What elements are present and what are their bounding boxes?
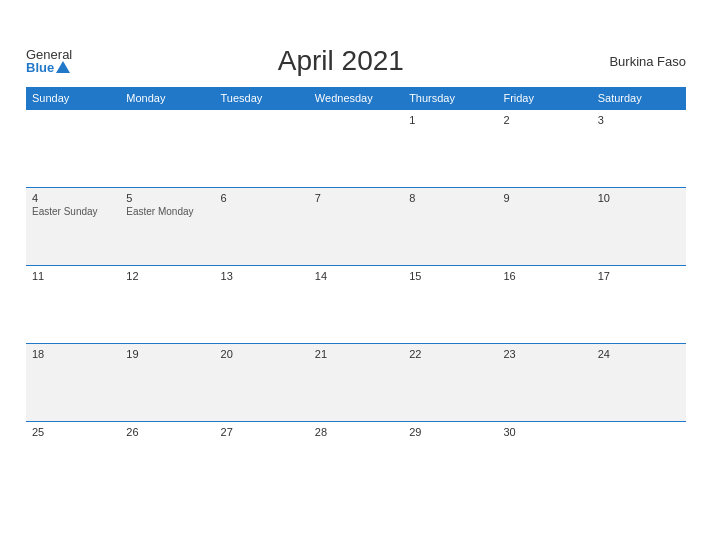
calendar-cell [592,422,686,500]
calendar-cell [215,110,309,188]
day-number: 18 [32,348,114,360]
calendar-cell: 22 [403,344,497,422]
day-number: 8 [409,192,491,204]
logo-blue-text: Blue [26,61,72,74]
calendar-header-row: Sunday Monday Tuesday Wednesday Thursday… [26,87,686,110]
day-number: 22 [409,348,491,360]
day-number: 3 [598,114,680,126]
calendar-cell: 3 [592,110,686,188]
day-event: Easter Sunday [32,206,114,217]
calendar-cell: 5Easter Monday [120,188,214,266]
calendar-cell: 2 [497,110,591,188]
calendar-body: 1234Easter Sunday5Easter Monday678910111… [26,110,686,500]
calendar-cell: 18 [26,344,120,422]
day-number: 15 [409,270,491,282]
day-number: 7 [315,192,397,204]
calendar-cell: 8 [403,188,497,266]
calendar-cell: 6 [215,188,309,266]
day-number: 28 [315,426,397,438]
calendar-cell: 28 [309,422,403,500]
day-number: 25 [32,426,114,438]
calendar-cell [26,110,120,188]
day-number: 21 [315,348,397,360]
calendar-cell: 11 [26,266,120,344]
calendar-cell: 25 [26,422,120,500]
day-number: 6 [221,192,303,204]
calendar-title: April 2021 [278,45,404,77]
col-saturday: Saturday [592,87,686,110]
calendar-cell: 16 [497,266,591,344]
calendar-grid: Sunday Monday Tuesday Wednesday Thursday… [26,87,686,500]
calendar-cell: 12 [120,266,214,344]
day-number: 19 [126,348,208,360]
calendar-cell: 19 [120,344,214,422]
col-friday: Friday [497,87,591,110]
calendar-cell [120,110,214,188]
calendar-cell: 15 [403,266,497,344]
calendar-cell: 14 [309,266,403,344]
calendar-cell: 29 [403,422,497,500]
col-thursday: Thursday [403,87,497,110]
calendar-cell: 24 [592,344,686,422]
calendar-cell: 21 [309,344,403,422]
calendar-cell: 13 [215,266,309,344]
calendar-cell: 17 [592,266,686,344]
calendar-cell: 23 [497,344,591,422]
day-number: 17 [598,270,680,282]
country-name: Burkina Faso [609,54,686,69]
day-event: Easter Monday [126,206,208,217]
col-sunday: Sunday [26,87,120,110]
calendar-cell: 26 [120,422,214,500]
calendar-cell: 20 [215,344,309,422]
day-number: 23 [503,348,585,360]
calendar-header: General Blue April 2021 Burkina Faso [26,45,686,77]
day-number: 29 [409,426,491,438]
col-wednesday: Wednesday [309,87,403,110]
logo: General Blue [26,48,72,74]
calendar-cell: 30 [497,422,591,500]
calendar-container: General Blue April 2021 Burkina Faso Sun… [11,35,701,515]
day-number: 24 [598,348,680,360]
day-number: 14 [315,270,397,282]
day-number: 11 [32,270,114,282]
day-number: 30 [503,426,585,438]
calendar-cell: 9 [497,188,591,266]
day-number: 12 [126,270,208,282]
logo-triangle-icon [56,61,70,73]
day-number: 27 [221,426,303,438]
calendar-cell: 10 [592,188,686,266]
calendar-cell: 27 [215,422,309,500]
day-number: 10 [598,192,680,204]
day-number: 26 [126,426,208,438]
day-number: 20 [221,348,303,360]
calendar-cell: 1 [403,110,497,188]
calendar-cell: 4Easter Sunday [26,188,120,266]
day-number: 4 [32,192,114,204]
col-monday: Monday [120,87,214,110]
calendar-cell [309,110,403,188]
day-number: 1 [409,114,491,126]
col-tuesday: Tuesday [215,87,309,110]
calendar-cell: 7 [309,188,403,266]
day-number: 5 [126,192,208,204]
day-number: 13 [221,270,303,282]
day-number: 9 [503,192,585,204]
day-number: 16 [503,270,585,282]
day-number: 2 [503,114,585,126]
